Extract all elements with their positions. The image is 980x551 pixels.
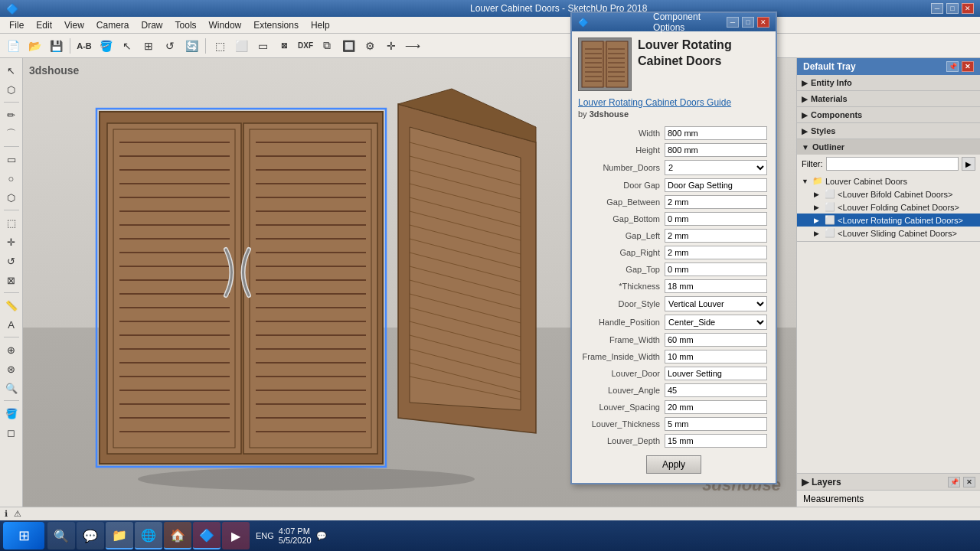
panel-close-button[interactable]: ✕ xyxy=(962,61,974,72)
tool-rect[interactable]: ▭ xyxy=(2,150,21,168)
field-louver-thickness-input[interactable] xyxy=(665,417,767,431)
field-gap-between-input[interactable] xyxy=(665,195,767,209)
tool-tape[interactable]: 📏 xyxy=(2,296,21,315)
taskbar-3dshouse-icon[interactable]: 🏠 xyxy=(164,522,191,549)
toolbar-move[interactable]: ✛ xyxy=(381,36,401,56)
close-button[interactable]: ✕ xyxy=(962,3,974,14)
field-door-gap-input[interactable] xyxy=(665,178,767,192)
component-guide-link[interactable]: Louver Rotating Cabinet Doors Guide xyxy=(578,97,769,108)
taskbar-chrome-icon[interactable]: 🌐 xyxy=(135,522,162,549)
tool-move[interactable]: ✛ xyxy=(2,233,21,251)
taskbar-notification-icon[interactable]: 💬 xyxy=(316,531,327,541)
filter-input[interactable] xyxy=(826,157,959,171)
toolbar-component[interactable]: ⊞ xyxy=(139,36,158,56)
menu-extensions[interactable]: Extensions xyxy=(247,18,305,32)
materials-header[interactable]: ▶ Materials xyxy=(797,91,980,106)
field-louver-angle-input[interactable] xyxy=(665,383,767,397)
taskbar-search-icon[interactable]: 🔍 xyxy=(47,522,75,549)
tool-eraser[interactable]: ◻ xyxy=(2,423,21,442)
field-gap-bottom-input[interactable] xyxy=(665,212,767,226)
field-height-input[interactable] xyxy=(665,143,767,157)
tool-zoom[interactable]: 🔍 xyxy=(2,379,21,397)
tree-item-sliding[interactable]: ▶ ⬜ <Louver Sliding Cabinet Doors> xyxy=(797,227,980,240)
toolbar-dxf[interactable]: DXF xyxy=(296,36,315,56)
dialog-maximize-button[interactable]: □ xyxy=(742,17,754,28)
toolbar-ab[interactable]: A-B xyxy=(74,36,94,56)
field-gap-top-input[interactable] xyxy=(665,262,767,276)
toolbar-ortho[interactable]: 🔲 xyxy=(338,36,358,56)
tool-orbit[interactable]: ⊛ xyxy=(2,360,21,378)
toolbar-paint[interactable]: 🪣 xyxy=(96,36,116,56)
layers-pin-button[interactable]: 📌 xyxy=(948,477,960,487)
menu-help[interactable]: Help xyxy=(305,18,336,32)
field-number-doors-select[interactable]: 234 xyxy=(665,160,767,175)
tool-rotate[interactable]: ↺ xyxy=(2,252,21,270)
filter-apply-button[interactable]: ▶ xyxy=(962,157,975,171)
taskbar-system-tray: ENG 4:07 PM5/5/2020 💬 xyxy=(250,527,333,545)
maximize-button[interactable]: □ xyxy=(946,3,959,14)
toolbar-sync[interactable]: 🔄 xyxy=(181,36,201,56)
field-handle-position-select[interactable]: Center_SideTopBottom xyxy=(665,315,767,330)
tool-select[interactable]: ↖ xyxy=(2,61,21,80)
start-button[interactable]: ⊞ xyxy=(3,522,44,549)
apply-button[interactable]: Apply xyxy=(646,455,701,474)
field-louver-depth-input[interactable] xyxy=(665,434,767,448)
field-door-style-select[interactable]: Vertical LouverHorizontal LouverPanel xyxy=(665,296,767,311)
tool-scale[interactable]: ⊠ xyxy=(2,271,21,289)
dialog-close-button[interactable]: ✕ xyxy=(757,17,769,28)
tool-walk[interactable]: ⊕ xyxy=(2,341,21,359)
layers-header[interactable]: ▶ Layers 📌 ✕ xyxy=(797,473,980,490)
field-thickness-input[interactable] xyxy=(665,279,767,293)
field-louver-door-input[interactable] xyxy=(665,367,767,380)
menu-tools[interactable]: Tools xyxy=(169,18,203,32)
menu-window[interactable]: Window xyxy=(203,18,248,32)
tool-paint[interactable]: 🪣 xyxy=(2,404,21,422)
tool-component[interactable]: ⬡ xyxy=(2,80,21,99)
taskbar-explorer-icon[interactable]: 📁 xyxy=(106,522,133,549)
tree-item-bifold[interactable]: ▶ ⬜ <Louver Bifold Cabinet Doors> xyxy=(797,187,980,201)
styles-header[interactable]: ▶ Styles xyxy=(797,123,980,139)
tree-item-rotating[interactable]: ▶ ⬜ <Louver Rotating Cabinet Doors> xyxy=(797,214,980,227)
toolbar-save[interactable]: 💾 xyxy=(46,36,66,56)
toolbar-new[interactable]: 📄 xyxy=(3,36,23,56)
tool-text[interactable]: A xyxy=(2,315,21,334)
menu-camera[interactable]: Camera xyxy=(90,18,136,32)
minimize-button[interactable]: ─ xyxy=(931,3,943,14)
toolbar-scale[interactable]: ⊠ xyxy=(274,36,294,56)
tree-root[interactable]: ▼ 📁 Louver Cabinet Doors xyxy=(797,174,980,187)
toolbar-rotate[interactable]: ↺ xyxy=(160,36,180,56)
menu-edit[interactable]: Edit xyxy=(30,18,58,32)
entity-info-header[interactable]: ▶ Entity Info xyxy=(797,75,980,90)
outliner-header[interactable]: ▼ Outliner xyxy=(797,139,980,155)
taskbar-sketchup-icon[interactable]: 🔷 xyxy=(193,522,220,549)
tool-push[interactable]: ⬚ xyxy=(2,214,21,232)
layers-close-button[interactable]: ✕ xyxy=(963,477,975,487)
panel-pin-button[interactable]: 📌 xyxy=(946,61,959,72)
toolbar-settings[interactable]: ⚙ xyxy=(360,36,380,56)
components-header[interactable]: ▶ Components xyxy=(797,107,980,122)
toolbar-open[interactable]: 📂 xyxy=(24,36,44,56)
menu-file[interactable]: File xyxy=(3,18,30,32)
dialog-minimize-button[interactable]: ─ xyxy=(727,17,739,28)
field-frame-width-input[interactable] xyxy=(665,333,767,347)
field-gap-right-input[interactable] xyxy=(665,246,767,259)
field-frame-inside-width-input[interactable] xyxy=(665,350,767,364)
toolbar-rect[interactable]: ▭ xyxy=(253,36,273,56)
taskbar-cortana-icon[interactable]: 💬 xyxy=(77,522,104,549)
field-gap-left-input[interactable] xyxy=(665,229,767,243)
tool-arc[interactable]: ⌒ xyxy=(2,125,21,143)
menu-draw[interactable]: Draw xyxy=(136,18,169,32)
toolbar-select[interactable]: ↖ xyxy=(117,36,137,56)
tool-pencil[interactable]: ✏ xyxy=(2,106,21,124)
toolbar-line[interactable]: ⟶ xyxy=(403,36,423,56)
tool-circle[interactable]: ○ xyxy=(2,169,21,187)
tool-polygon[interactable]: ⬡ xyxy=(2,188,21,207)
taskbar-app-icon[interactable]: ▶ xyxy=(222,522,250,549)
field-width-input[interactable] xyxy=(665,126,767,140)
menu-view[interactable]: View xyxy=(58,18,90,32)
toolbar-section[interactable]: ⧉ xyxy=(317,36,337,56)
toolbar-push[interactable]: ⬚ xyxy=(210,36,230,56)
toolbar-offset[interactable]: ⬜ xyxy=(231,36,251,56)
field-louver-spacing-input[interactable] xyxy=(665,400,767,414)
tree-item-folding[interactable]: ▶ ⬜ <Louver Folding Cabinet Doors> xyxy=(797,201,980,214)
